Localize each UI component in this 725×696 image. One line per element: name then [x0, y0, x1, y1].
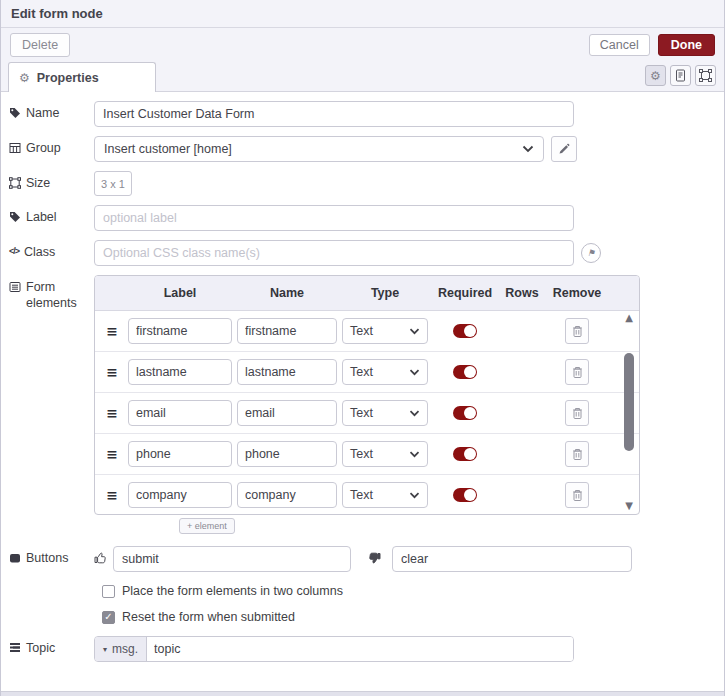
form-elements-table-header: Label Name Type Required Rows Remove [95, 276, 639, 311]
element-label-input[interactable] [128, 359, 232, 385]
description-toolbar-button[interactable] [670, 65, 691, 86]
class-input[interactable] [94, 240, 574, 266]
appearance-toolbar-button[interactable] [695, 65, 716, 86]
element-required-toggle[interactable] [453, 406, 477, 420]
column-header-name: Name [237, 286, 337, 300]
trash-icon [572, 489, 583, 502]
column-header-type: Type [342, 286, 428, 300]
name-input[interactable] [94, 101, 574, 127]
name-field-label: Name [9, 101, 94, 122]
element-remove-button[interactable] [565, 441, 589, 467]
scroll-down-icon[interactable]: ▼ [625, 501, 633, 511]
chevron-down-icon [409, 410, 420, 417]
form-elements-label: Form elements [9, 275, 94, 311]
drag-handle-icon[interactable]: ≡ [101, 364, 123, 380]
topic-type-selector[interactable]: ▾ msg. [95, 637, 147, 661]
element-label-input[interactable] [128, 400, 232, 426]
element-required-toggle[interactable] [453, 324, 477, 338]
flag-icon: ⚑ [587, 248, 595, 258]
buttons-field-row: Buttons [9, 546, 724, 572]
button-icon [9, 552, 21, 564]
tag-icon [9, 107, 21, 119]
element-type-select[interactable]: Text [342, 318, 428, 344]
drag-handle-icon[interactable]: ≡ [101, 487, 123, 503]
drag-handle-icon[interactable]: ≡ [101, 446, 123, 462]
chevron-down-icon [409, 492, 420, 499]
label-field-label: Label [9, 205, 94, 226]
edit-group-button[interactable] [551, 136, 577, 162]
drag-handle-icon[interactable]: ≡ [101, 405, 123, 421]
group-select[interactable]: Insert customer [home] [94, 136, 544, 162]
element-name-input[interactable] [237, 482, 337, 508]
group-field-label: Group [9, 136, 94, 157]
scrollbar-thumb[interactable] [624, 353, 634, 451]
class-field-row: </> Class ⚑ [9, 240, 724, 266]
element-remove-button[interactable] [565, 400, 589, 426]
class-field-label: </> Class [9, 240, 94, 261]
column-header-remove: Remove [547, 286, 607, 300]
delete-button[interactable]: Delete [10, 33, 70, 57]
clear-button-label-input[interactable] [392, 546, 632, 572]
tasks-icon [9, 642, 21, 653]
done-button[interactable]: Done [658, 34, 715, 56]
reset-form-checkbox[interactable] [102, 611, 115, 624]
tab-properties[interactable]: ⚙ Properties [8, 62, 156, 92]
tab-toolbar: ⚙ [645, 65, 716, 86]
column-header-label: Label [128, 286, 232, 300]
element-label-input[interactable] [128, 318, 232, 344]
topic-prefix-label: msg. [112, 642, 138, 656]
element-required-toggle[interactable] [453, 488, 477, 502]
element-name-input[interactable] [237, 318, 337, 344]
topic-input[interactable] [147, 637, 573, 661]
tab-properties-label: Properties [37, 71, 99, 85]
form-element-row: ≡Text [95, 434, 639, 475]
size-button[interactable]: 3 x 1 [94, 171, 132, 196]
element-name-input[interactable] [237, 400, 337, 426]
trash-icon [572, 448, 583, 461]
element-label-input[interactable] [128, 441, 232, 467]
form-elements-row: Form elements Label Name Type Required R… [9, 275, 724, 534]
element-remove-button[interactable] [565, 482, 589, 508]
form-elements-table: Label Name Type Required Rows Remove ≡Te… [94, 275, 640, 515]
element-remove-button[interactable] [565, 318, 589, 344]
thumbs-up-icon [94, 551, 108, 565]
chevron-down-icon [409, 451, 420, 458]
gear-icon: ⚙ [650, 70, 661, 82]
scroll-up-icon[interactable]: ▲ [625, 313, 633, 323]
reset-form-checkbox-label: Reset the form when submitted [122, 610, 295, 624]
element-label-input[interactable] [128, 482, 232, 508]
table-icon [9, 142, 21, 154]
code-icon: </> [9, 246, 19, 257]
edit-form-node-dialog: Edit form node Delete Cancel Done ⚙ Prop… [0, 0, 725, 696]
element-type-select[interactable]: Text [342, 400, 428, 426]
submit-button-label-input[interactable] [113, 546, 351, 572]
element-remove-button[interactable] [565, 359, 589, 385]
topic-typed-input: ▾ msg. [94, 636, 574, 662]
label-input[interactable] [94, 205, 574, 231]
element-required-toggle[interactable] [453, 447, 477, 461]
element-type-select[interactable]: Text [342, 482, 428, 508]
element-type-select[interactable]: Text [342, 441, 428, 467]
object-select-icon [699, 69, 712, 82]
chevron-down-icon [409, 369, 420, 376]
element-required-toggle[interactable] [453, 365, 477, 379]
dialog-title: Edit form node [11, 6, 103, 21]
properties-toolbar-button[interactable]: ⚙ [645, 65, 666, 86]
form-element-row: ≡Text [95, 352, 639, 393]
form-element-row: ≡Text [95, 475, 639, 515]
class-helper-button[interactable]: ⚑ [581, 243, 601, 263]
element-type-select[interactable]: Text [342, 359, 428, 385]
size-field-row: Size 3 x 1 [9, 171, 724, 196]
add-element-button[interactable]: + element [179, 518, 235, 534]
dialog-bottom-edge [1, 691, 724, 696]
drag-handle-icon[interactable]: ≡ [101, 323, 123, 339]
pencil-icon [558, 143, 570, 155]
name-field-row: Name [9, 101, 724, 127]
form-elements-body: ≡Text≡Text≡Text≡Text≡Text [95, 311, 639, 515]
element-name-input[interactable] [237, 359, 337, 385]
table-scrollbar[interactable]: ▲ ▼ [621, 313, 637, 511]
group-field-row: Group Insert customer [home] [9, 136, 724, 162]
cancel-button[interactable]: Cancel [589, 34, 650, 56]
element-name-input[interactable] [237, 441, 337, 467]
two-columns-checkbox[interactable] [102, 585, 115, 598]
